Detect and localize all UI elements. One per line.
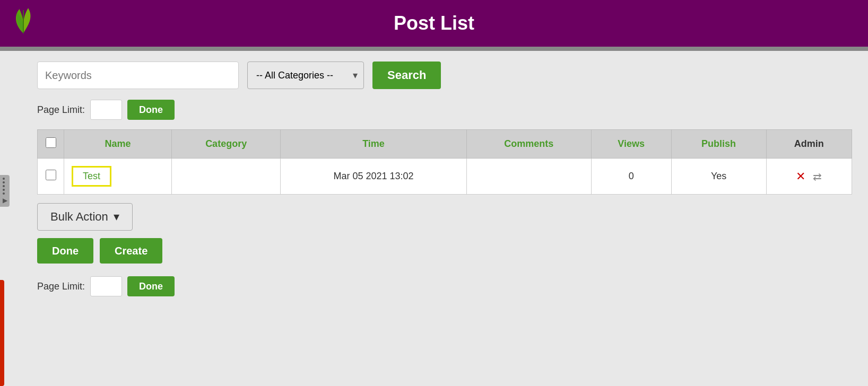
sub-header-bar (0, 47, 868, 51)
site-logo (10, 4, 37, 39)
page-limit-top-label: Page Limit: (37, 104, 85, 116)
table-header-publish: Publish (671, 130, 766, 159)
bottom-buttons-row: Done Create (37, 238, 852, 264)
table-header-comments: Comments (466, 130, 591, 159)
table-header-admin: Admin (766, 130, 852, 159)
select-all-checkbox[interactable] (46, 137, 56, 148)
row-name-cell: Test (64, 159, 172, 195)
bottom-done-button[interactable]: Done (37, 238, 93, 264)
red-sidebar-bar (0, 280, 4, 386)
delete-icon[interactable]: ✕ (796, 170, 805, 183)
bulk-action-label: Bulk Action (50, 210, 108, 224)
bulk-action-chevron-icon: ▾ (114, 210, 119, 224)
row-checkbox[interactable] (46, 170, 56, 180)
table-header-checkbox (38, 130, 64, 159)
page-header: Post List (0, 0, 868, 47)
sidebar-dots (3, 178, 7, 195)
page-limit-bottom-input[interactable] (90, 276, 122, 296)
search-row: -- All Categories -- Category 1 Category… (37, 62, 852, 89)
row-publish-cell: Yes (671, 159, 766, 195)
row-name-highlighted: Test (72, 166, 111, 187)
admin-actions: ✕ ⇄ (773, 170, 845, 183)
main-content: -- All Categories -- Category 1 Category… (11, 51, 868, 312)
table-header-views: Views (591, 130, 671, 159)
page-limit-bottom-row: Page Limit: Done (37, 276, 852, 296)
sidebar-arrow-icon: ▶ (3, 197, 7, 204)
table-row: Test Mar 05 2021 13:02 0 Yes ✕ ⇄ (38, 159, 852, 195)
page-limit-bottom-done-button[interactable]: Done (127, 276, 175, 296)
table-header-time: Time (281, 130, 467, 159)
table-header-row: Name Category Time Comments Views Publis… (38, 130, 852, 159)
row-time-cell: Mar 05 2021 13:02 (281, 159, 467, 195)
category-select-wrapper: -- All Categories -- Category 1 Category… (247, 62, 364, 89)
row-comments-cell (466, 159, 591, 195)
create-button[interactable]: Create (100, 238, 162, 264)
row-name-text: Test (83, 171, 100, 181)
keywords-input[interactable] (37, 62, 239, 89)
post-table: Name Category Time Comments Views Publis… (37, 129, 852, 195)
bulk-action-button[interactable]: Bulk Action ▾ (37, 203, 133, 231)
search-button[interactable]: Search (372, 62, 441, 89)
page-limit-top-done-button[interactable]: Done (127, 100, 175, 120)
table-header-category: Category (172, 130, 281, 159)
edit-icon[interactable]: ⇄ (813, 170, 822, 183)
page-limit-bottom-label: Page Limit: (37, 281, 85, 292)
page-title: Post List (394, 12, 474, 34)
bulk-action-row: Bulk Action ▾ (37, 203, 852, 231)
page-limit-top-row: Page Limit: Done (37, 100, 852, 120)
table-header-name: Name (64, 130, 172, 159)
category-select[interactable]: -- All Categories -- Category 1 Category… (247, 62, 364, 89)
row-views-cell: 0 (591, 159, 671, 195)
row-category-cell (172, 159, 281, 195)
sidebar-toggle[interactable]: ▶ (0, 175, 10, 207)
page-limit-top-input[interactable] (90, 100, 122, 120)
row-checkbox-cell (38, 159, 64, 195)
row-admin-cell: ✕ ⇄ (766, 159, 852, 195)
